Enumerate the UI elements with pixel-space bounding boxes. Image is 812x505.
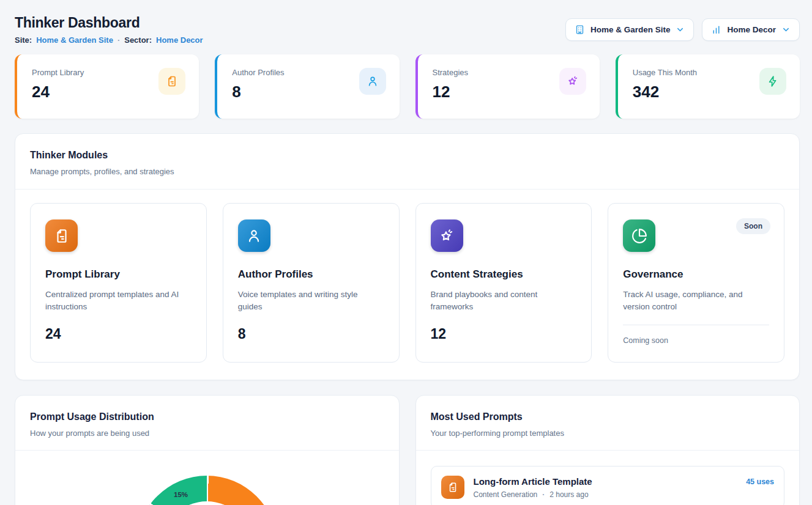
page-header: Thinker Dashboard Site: Home & Garden Si… xyxy=(15,15,800,45)
prompt-title: Long-form Article Template xyxy=(474,476,737,487)
user-icon xyxy=(238,219,270,252)
soon-badge: Soon xyxy=(736,218,770,234)
dashboard-page: Thinker Dashboard Site: Home & Garden Si… xyxy=(0,0,812,505)
module-description: Brand playbooks and content frameworks xyxy=(431,289,577,313)
module-card-governance[interactable]: Soon Governance Track AI usage, complian… xyxy=(608,203,784,363)
stat-value: 342 xyxy=(633,83,697,101)
usage-distribution-card: Prompt Usage Distribution How your promp… xyxy=(15,395,400,505)
module-title: Author Profiles xyxy=(238,268,384,281)
document-icon xyxy=(45,219,78,252)
donut-slice-label: 15% xyxy=(174,491,188,498)
usage-title: Prompt Usage Distribution xyxy=(30,411,384,422)
sector-label: Sector: xyxy=(124,35,152,45)
site-sector-breadcrumb: Site: Home & Garden Site · Sector: Home … xyxy=(15,35,203,45)
module-title: Governance xyxy=(623,268,769,281)
prompt-time: 2 hours ago xyxy=(549,490,588,499)
prompts-title: Most Used Prompts xyxy=(431,411,785,422)
module-count: 12 xyxy=(431,326,577,342)
prompt-uses-badge: 45 uses xyxy=(746,477,774,486)
site-selector-button[interactable]: Home & Garden Site xyxy=(565,18,695,41)
modules-subtitle: Manage prompts, profiles, and strategies xyxy=(30,167,784,176)
site-selector-label: Home & Garden Site xyxy=(590,25,671,34)
usage-header: Prompt Usage Distribution How your promp… xyxy=(15,396,399,451)
prompts-list: Long-form Article Template Content Gener… xyxy=(416,451,800,505)
coming-soon-text: Coming soon xyxy=(623,336,769,345)
divider xyxy=(623,325,769,325)
sector-link[interactable]: Home Decor xyxy=(156,35,203,45)
sector-selector-label: Home Decor xyxy=(727,25,776,34)
document-icon xyxy=(441,476,464,499)
stat-label: Usage This Month xyxy=(633,68,697,77)
page-title: Thinker Dashboard xyxy=(15,15,203,31)
header-selectors: Home & Garden Site Home Decor xyxy=(565,18,800,41)
stats-row: Prompt Library 24 Author Profiles 8 Stra… xyxy=(15,54,800,119)
stat-label: Strategies xyxy=(433,68,469,77)
stat-card-usage: Usage This Month 342 xyxy=(616,54,800,119)
chevron-down-icon xyxy=(676,25,685,34)
most-used-prompts-card: Most Used Prompts Your top-performing pr… xyxy=(415,395,800,505)
stat-value: 12 xyxy=(433,83,469,101)
star-sparkle-icon xyxy=(431,219,463,252)
stat-card-author-profiles: Author Profiles 8 xyxy=(215,54,399,119)
chevron-down-icon xyxy=(781,25,791,34)
bar-chart-icon xyxy=(711,24,721,35)
stat-value: 24 xyxy=(32,83,84,101)
bolt-icon xyxy=(759,68,786,95)
prompts-header: Most Used Prompts Your top-performing pr… xyxy=(416,396,800,451)
document-icon xyxy=(158,68,185,95)
stat-card-strategies: Strategies 12 xyxy=(415,54,600,119)
thinker-modules-card: Thinker Modules Manage prompts, profiles… xyxy=(15,133,800,380)
prompts-subtitle: Your top-performing prompt templates xyxy=(431,429,785,438)
site-link[interactable]: Home & Garden Site xyxy=(36,35,113,45)
modules-header: Thinker Modules Manage prompts, profiles… xyxy=(15,134,799,190)
building-icon xyxy=(575,24,585,35)
stat-card-prompt-library: Prompt Library 24 xyxy=(15,54,199,119)
donut-chart-area: 15% xyxy=(15,451,399,505)
modules-title: Thinker Modules xyxy=(30,150,784,161)
modules-grid: Prompt Library Centralized prompt templa… xyxy=(15,190,799,380)
stat-label: Prompt Library xyxy=(32,68,84,77)
module-title: Content Strategies xyxy=(431,268,577,281)
usage-donut: 15% xyxy=(136,476,277,505)
user-icon xyxy=(359,68,386,95)
module-description: Voice templates and writing style guides xyxy=(238,289,384,313)
bottom-row: Prompt Usage Distribution How your promp… xyxy=(15,395,800,505)
stat-label: Author Profiles xyxy=(232,68,284,77)
dot-separator: · xyxy=(117,35,120,45)
header-left: Thinker Dashboard Site: Home & Garden Si… xyxy=(15,15,203,45)
module-description: Track AI usage, compliance, and version … xyxy=(623,289,769,313)
module-count: 24 xyxy=(45,326,192,342)
module-count: 8 xyxy=(238,326,384,342)
module-title: Prompt Library xyxy=(45,268,192,281)
stat-value: 8 xyxy=(232,83,284,101)
dot-separator: · xyxy=(542,490,545,499)
sector-selector-button[interactable]: Home Decor xyxy=(702,18,800,41)
module-description: Centralized prompt templates and AI inst… xyxy=(45,289,192,313)
module-card-content-strategies[interactable]: Content Strategies Brand playbooks and c… xyxy=(415,203,592,363)
site-label: Site: xyxy=(15,35,32,45)
module-card-prompt-library[interactable]: Prompt Library Centralized prompt templa… xyxy=(30,203,207,363)
star-sparkle-icon xyxy=(559,68,586,95)
pie-chart-icon xyxy=(623,219,655,252)
prompt-category: Content Generation xyxy=(474,490,538,499)
module-card-author-profiles[interactable]: Author Profiles Voice templates and writ… xyxy=(223,203,400,363)
prompt-list-item[interactable]: Long-form Article Template Content Gener… xyxy=(431,466,785,505)
usage-subtitle: How your prompts are being used xyxy=(30,429,384,438)
